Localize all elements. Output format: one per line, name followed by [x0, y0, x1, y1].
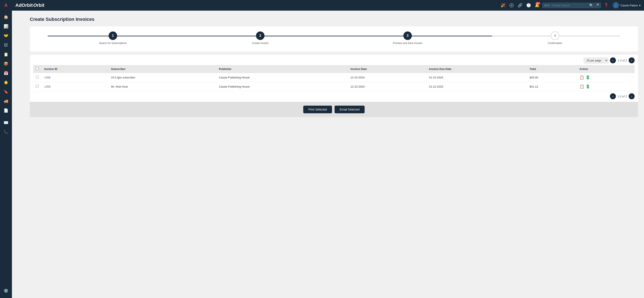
row-invoice-id: 1359: [42, 82, 108, 91]
email-selected-button[interactable]: Email Selected: [334, 106, 364, 113]
invoice-card: 25 per page 50 per page 100 per page ‹ 1…: [30, 55, 638, 117]
sidebar-item-delivery[interactable]: 🚚: [1, 97, 11, 105]
step-4-circle: 4: [551, 31, 559, 40]
step-4-label: Confirmation: [548, 42, 562, 45]
step-2: 2 Create Invoice: [186, 31, 334, 45]
sidebar-item-contacts[interactable]: 📞: [1, 128, 11, 136]
user-chevron-icon: ▾: [639, 4, 640, 7]
print-selected-button[interactable]: Print Selected: [303, 106, 332, 113]
col-checkbox: [33, 65, 42, 73]
history-icon-btn[interactable]: 🕐: [525, 2, 532, 9]
sidebar-logo: A: [0, 0, 12, 11]
pagination-top: 25 per page 50 per page 100 per page ‹ 1…: [33, 57, 635, 63]
add-icon-btn[interactable]: [508, 2, 515, 9]
sidebar-item-dashboard[interactable]: 📊: [1, 22, 11, 31]
row-checkbox-0[interactable]: [36, 76, 38, 78]
sidebar: A 🏠 📊 🤝 🖼 📋 📦 📅 ⭐ 🔖 🚚 📄 ✉️ 📞 ⚙️: [0, 0, 12, 298]
table-row: 1359 Mr. Noel Host Cassie Publishing Hou…: [33, 82, 635, 91]
sidebar-item-email[interactable]: ✉️: [1, 118, 11, 127]
notification-icon-btn[interactable]: 🔔 99+: [534, 2, 541, 9]
sidebar-item-media[interactable]: 🖼: [1, 41, 11, 49]
row-checkbox-cell: [33, 73, 42, 82]
sidebar-divider: [2, 117, 10, 117]
sidebar-item-settings[interactable]: ⚙️: [1, 287, 11, 295]
pagination-text-top: 1-2 of 2: [618, 59, 627, 62]
table-header-row: Invoice ID Subscriber Publisher Invoice …: [33, 65, 635, 73]
invoice-table: Invoice ID Subscriber Publisher Invoice …: [33, 65, 635, 91]
sidebar-item-orders[interactable]: 📋: [1, 50, 11, 59]
user-name: Cassie Pataro: [620, 4, 638, 7]
row-invoice-date: 12-23-2024: [348, 73, 426, 82]
row-invoice-due-date: 01-22-2025: [426, 73, 527, 82]
bottom-toolbar: Print Selected Email Selected: [30, 102, 638, 117]
search-container: All ▾ 🔍 🎤: [542, 2, 601, 8]
col-publisher: Publisher: [216, 65, 348, 73]
prev-page-button-bottom[interactable]: ‹: [610, 93, 616, 99]
action-icons: 📋 💲: [580, 84, 632, 89]
view-invoice-icon-1359[interactable]: 📋: [580, 84, 584, 89]
col-invoice-id: Invoice ID: [42, 65, 108, 73]
avatar: 👤: [613, 2, 619, 8]
table-wrapper: Invoice ID Subscriber Publisher Invoice …: [33, 65, 635, 91]
stepper: 1 Search for Subscriptions 2 Create Invo…: [35, 31, 633, 45]
step-3-label: Preview and Save Invoice: [393, 42, 422, 45]
invoice-tbody: 1358 15.0 qbo subscriber Cassie Publishi…: [33, 73, 635, 91]
global-search-input[interactable]: [552, 4, 588, 7]
mic-icon[interactable]: 🎤: [595, 3, 599, 7]
row-invoice-id: 1358: [42, 73, 108, 82]
sidebar-item-crm[interactable]: 🤝: [1, 31, 11, 40]
step-1: 1 Search for Subscriptions: [39, 31, 186, 45]
row-checkbox-1[interactable]: [36, 85, 38, 88]
search-icon[interactable]: 🔍: [589, 3, 594, 7]
row-publisher: Cassie Publishing House: [216, 82, 348, 91]
col-total: Total: [527, 65, 577, 73]
sidebar-item-bookmarks[interactable]: 🔖: [1, 88, 11, 96]
col-subscriber: Subscriber: [108, 65, 216, 73]
sidebar-bottom: ⚙️: [1, 286, 11, 298]
step-2-circle: 2: [256, 31, 264, 40]
step-1-circle: 1: [108, 31, 117, 40]
pay-invoice-icon-1358[interactable]: 💲: [586, 75, 590, 80]
row-publisher: Cassie Publishing House: [216, 73, 348, 82]
sidebar-item-home[interactable]: 🏠: [1, 13, 11, 21]
next-page-button-bottom[interactable]: ›: [629, 93, 635, 99]
per-page-select[interactable]: 25 per page 50 per page 100 per page: [584, 58, 608, 63]
notification-badge: 99+: [536, 2, 540, 4]
invoice-link-1359[interactable]: 1359: [44, 85, 50, 88]
search-type-selector[interactable]: All ▾: [544, 4, 550, 7]
search-divider: [551, 3, 551, 7]
pay-invoice-icon-1359[interactable]: 💲: [586, 84, 590, 89]
row-invoice-date: 12-23-2024: [348, 82, 426, 91]
prev-page-button-top[interactable]: ‹: [610, 57, 616, 63]
sidebar-item-favorites[interactable]: ⭐: [1, 78, 11, 87]
pagination-bottom: ‹ 1-2 of 2 ›: [33, 93, 635, 99]
next-page-button-top[interactable]: ›: [629, 57, 635, 63]
user-area[interactable]: 👤 Cassie Pataro ▾: [613, 2, 640, 8]
step-2-label: Create Invoice: [252, 42, 268, 45]
table-header: 25 per page 50 per page 100 per page ‹ 1…: [30, 55, 638, 102]
sidebar-item-calendar[interactable]: 📅: [1, 69, 11, 77]
row-checkbox-cell: [33, 82, 42, 91]
row-invoice-due-date: 01-22-2025: [426, 82, 527, 91]
view-invoice-icon-1358[interactable]: 📋: [580, 75, 584, 80]
row-action: 📋 💲: [577, 73, 635, 82]
topbar: AdOrbit Orbit 🎉 🔗 🕐 🔔 99+ All ▾ 🔍 🎤 ❓ 👤: [12, 0, 644, 11]
row-subscriber: 15.0 qbo subscriber: [108, 73, 216, 82]
col-action: Action: [577, 65, 635, 73]
celebration-icon-btn[interactable]: 🎉: [500, 2, 507, 9]
topbar-icons: 🎉 🔗 🕐 🔔 99+ All ▾ 🔍 🎤 ❓ 👤 Cassie Pataro …: [500, 2, 640, 9]
step-1-label: Search for Subscriptions: [99, 42, 127, 45]
page-title: Create Subscription Invoices: [30, 16, 638, 22]
sidebar-item-products[interactable]: 📦: [1, 59, 11, 68]
action-icons: 📋 💲: [580, 75, 632, 80]
logo-orbit: Orbit: [33, 2, 44, 8]
help-icon-btn[interactable]: ❓: [602, 2, 610, 9]
col-invoice-due-date: Invoice Due Date: [426, 65, 527, 73]
col-invoice-date: Invoice Date: [348, 65, 426, 73]
sidebar-item-documents[interactable]: 📄: [1, 106, 11, 115]
sidebar-nav: 🏠 📊 🤝 🖼 📋 📦 📅 ⭐ 🔖 🚚 📄 ✉️ 📞: [0, 11, 12, 138]
pagination-text-bottom: 1-2 of 2: [618, 95, 627, 98]
select-all-checkbox[interactable]: [36, 67, 38, 70]
link-icon-btn[interactable]: 🔗: [516, 2, 524, 9]
invoice-link-1358[interactable]: 1358: [44, 76, 50, 79]
